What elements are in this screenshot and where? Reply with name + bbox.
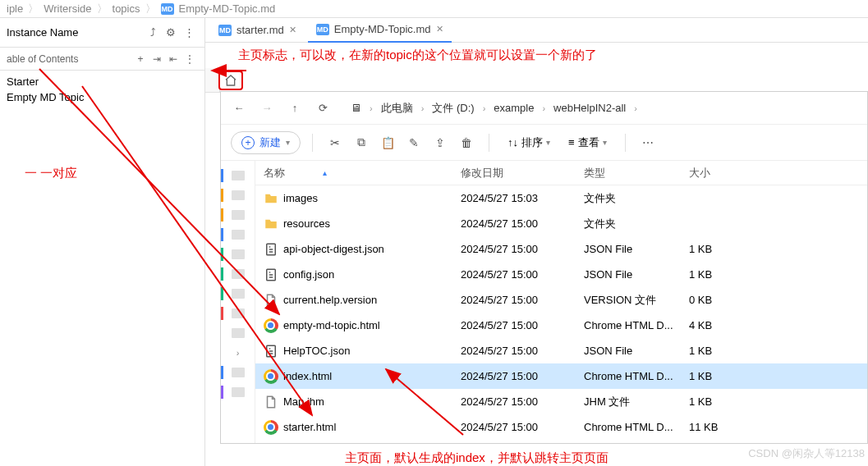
- toc-header: able of Contents + ⇥ ⇤ ⋮: [0, 48, 204, 71]
- file-name: resources: [283, 217, 330, 230]
- file-type: VERSION 文件: [584, 293, 689, 308]
- toc-item-empty[interactable]: Empty MD Topic: [0, 89, 204, 105]
- file-type: JSON File: [584, 345, 689, 357]
- crumb-seg[interactable]: topics: [113, 2, 140, 15]
- pc-icon: 🖥: [351, 102, 361, 114]
- crumb-file[interactable]: Empty-MD-Topic.md: [179, 2, 276, 15]
- forward-icon[interactable]: →: [259, 102, 275, 114]
- col-type[interactable]: 类型: [584, 166, 689, 180]
- toc-item-starter[interactable]: Starter: [0, 74, 204, 89]
- chrome-icon: [264, 420, 278, 435]
- file-size: 1 KB: [689, 395, 755, 408]
- file-name: images: [283, 192, 318, 204]
- crumb[interactable]: example: [494, 102, 534, 114]
- file-name: current.help.version: [283, 294, 377, 306]
- file-name: Map.jhm: [283, 395, 324, 408]
- file-name: starter.html: [283, 421, 336, 433]
- file-type: 文件夹: [584, 217, 689, 231]
- json-icon: [264, 267, 278, 282]
- table-row[interactable]: index.html2024/5/27 15:00Chrome HTML D..…: [255, 363, 867, 389]
- crumb-seg[interactable]: iple: [7, 2, 23, 15]
- close-icon[interactable]: ✕: [289, 25, 296, 35]
- toc-tree: Starter Empty MD Topic: [0, 71, 204, 108]
- sort-button[interactable]: ↑↓ 排序 ▾: [501, 134, 557, 152]
- wrap2-icon[interactable]: ⇤: [165, 51, 181, 67]
- annotation-left: 一 一对应: [0, 166, 204, 181]
- cut-icon[interactable]: ✂: [324, 132, 346, 153]
- crumb[interactable]: 文件 (D:): [432, 101, 474, 116]
- file-date: 2024/5/27 15:00: [461, 421, 584, 433]
- instance-row: Instance Name ⤴ ⚙ ⋮: [0, 18, 204, 48]
- toc-label: able of Contents: [7, 53, 132, 65]
- table-row[interactable]: api-object-digest.json2024/5/27 15:00JSO…: [255, 236, 867, 262]
- table-row[interactable]: current.help.version2024/5/27 15:00VERSI…: [255, 287, 867, 313]
- table-row[interactable]: Map.jhm2024/5/27 15:00JHM 文件1 KB: [255, 389, 867, 414]
- nav-strip[interactable]: ›: [221, 161, 255, 443]
- exit-icon[interactable]: ⤴: [144, 24, 162, 42]
- more-icon[interactable]: ⋮: [180, 24, 198, 42]
- view-button[interactable]: ≡ 查看 ▾: [562, 134, 613, 152]
- crumb[interactable]: webHelpIN2-all: [553, 102, 626, 114]
- back-icon[interactable]: ←: [231, 102, 247, 114]
- add-icon[interactable]: +: [132, 51, 149, 67]
- instance-label: Instance Name: [7, 26, 144, 39]
- table-header[interactable]: 名称▴ 修改日期 类型 大小: [255, 161, 867, 185]
- tab-starter[interactable]: MD starter.md ✕: [210, 18, 305, 43]
- table-row[interactable]: config.json2024/5/27 15:00JSON File1 KB: [255, 262, 867, 287]
- file-size: 0 KB: [689, 294, 755, 306]
- new-button[interactable]: +新建▾: [231, 131, 301, 154]
- table-row[interactable]: resources2024/5/27 15:00文件夹: [255, 211, 867, 236]
- left-panel: Instance Name ⤴ ⚙ ⋮ able of Contents + ⇥…: [0, 18, 205, 466]
- col-size[interactable]: 大小: [689, 166, 755, 180]
- paste-icon[interactable]: 📋: [377, 132, 398, 153]
- wrap-icon[interactable]: ⇥: [149, 51, 165, 67]
- tab-empty-md[interactable]: MD Empty-MD-Topic.md ✕: [308, 18, 452, 43]
- json-icon: [264, 344, 278, 359]
- file-size: 1 KB: [689, 268, 755, 281]
- explorer-nav: ← → ↑ ⟳ 🖥› 此电脑› 文件 (D:)› example› webHel…: [221, 92, 867, 125]
- col-date[interactable]: 修改日期: [461, 166, 584, 180]
- file-icon: [264, 395, 278, 409]
- file-date: 2024/5/27 15:00: [461, 345, 584, 357]
- table-row[interactable]: images2024/5/27 15:03文件夹: [255, 185, 867, 211]
- refresh-icon[interactable]: ⟳: [315, 102, 331, 114]
- home-icon[interactable]: [218, 71, 243, 90]
- table-row[interactable]: starter.html2024/5/27 15:00Chrome HTML D…: [255, 414, 867, 440]
- more-icon[interactable]: ⋯: [637, 132, 659, 153]
- watermark: CSDN @闲杂人等12138: [748, 446, 865, 461]
- file-type: Chrome HTML D...: [584, 370, 689, 382]
- rename-icon[interactable]: ✎: [403, 132, 425, 153]
- col-name[interactable]: 名称: [264, 166, 285, 180]
- file-type: JSON File: [584, 268, 689, 281]
- file-date: 2024/5/27 15:00: [461, 217, 584, 230]
- crumb[interactable]: 此电脑: [381, 101, 413, 116]
- file-date: 2024/5/27 15:00: [461, 319, 584, 331]
- file-date: 2024/5/27 15:00: [461, 395, 584, 408]
- file-size: 1 KB: [689, 243, 755, 255]
- crumb-seg[interactable]: Writerside: [44, 2, 91, 15]
- chrome-icon: [264, 318, 278, 333]
- chrome-icon: [264, 369, 278, 384]
- gear-icon[interactable]: ⚙: [162, 24, 180, 42]
- file-type: JSON File: [584, 243, 689, 255]
- file-table: 名称▴ 修改日期 类型 大小 images2024/5/27 15:03文件夹r…: [255, 161, 867, 443]
- md-icon: MD: [218, 25, 232, 36]
- table-row[interactable]: HelpTOC.json2024/5/27 15:00JSON File1 KB: [255, 338, 867, 363]
- close-icon[interactable]: ✕: [436, 24, 443, 34]
- md-icon: MD: [316, 24, 329, 35]
- copy-icon[interactable]: ⧉: [351, 132, 372, 153]
- table-row[interactable]: empty-md-topic.html2024/5/27 15:00Chrome…: [255, 313, 867, 338]
- new-label: 新建: [259, 135, 281, 150]
- up-icon[interactable]: ↑: [287, 102, 303, 114]
- view-label: 查看: [578, 135, 599, 150]
- file-name: empty-md-topic.html: [283, 319, 380, 331]
- more-icon[interactable]: ⋮: [181, 51, 198, 67]
- address-bar[interactable]: 🖥› 此电脑› 文件 (D:)› example› webHelpIN2-all…: [351, 101, 857, 116]
- delete-icon[interactable]: 🗑: [456, 132, 477, 153]
- file-size: 11 KB: [689, 421, 755, 433]
- file-type: 文件夹: [584, 191, 689, 206]
- tab-label: Empty-MD-Topic.md: [334, 23, 431, 35]
- file-name: HelpTOC.json: [283, 345, 350, 357]
- share-icon[interactable]: ⇪: [429, 132, 451, 153]
- sort-label: 排序: [521, 135, 543, 150]
